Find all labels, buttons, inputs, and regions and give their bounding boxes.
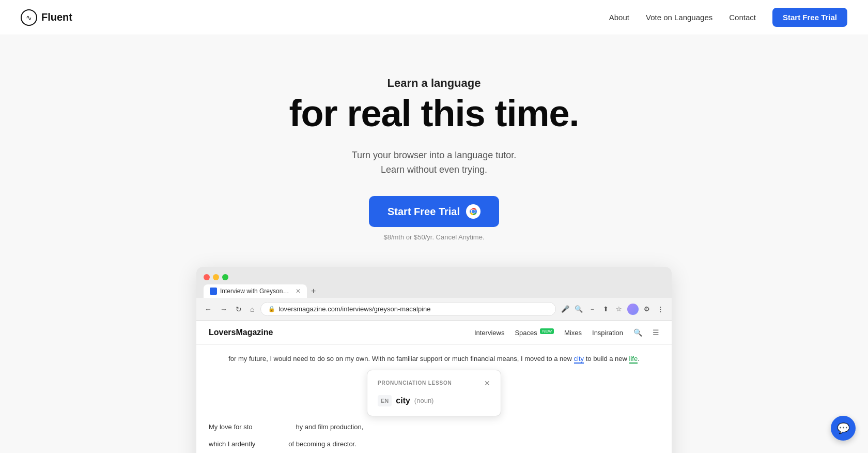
nav-cta-button[interactable]: Start Free Trial <box>772 8 847 27</box>
hero-pricing-note: $8/mth or $50/yr. Cancel Anytime. <box>383 233 484 241</box>
webpage-navbar: LoversMagazine Interviews Spaces NEW Mix… <box>196 321 672 345</box>
tab-bar: Interview with Greyson Ma ✕ + <box>204 284 664 298</box>
popup-close-button[interactable]: ✕ <box>484 379 490 387</box>
tab-title: Interview with Greyson Ma <box>220 288 289 295</box>
tab-favicon <box>210 288 217 295</box>
webpage-logo: LoversMagazine <box>209 328 273 337</box>
browser-toolbar: ← → ↻ ⌂ 🔒 loversmagazine.com/interviews/… <box>196 298 672 321</box>
nav-link-contact[interactable]: Contact <box>729 13 756 22</box>
hero-description: Turn your browser into a language tutor.… <box>352 148 517 178</box>
traffic-light-yellow[interactable] <box>213 274 219 280</box>
webpage-content: LoversMagazine Interviews Spaces NEW Mix… <box>196 321 672 453</box>
webpage-link-inspiration[interactable]: Inspiration <box>592 329 623 337</box>
hero-title: for real this time. <box>289 94 579 133</box>
traffic-lights <box>204 272 664 280</box>
word-life[interactable]: life <box>629 355 638 364</box>
extensions-icon[interactable]: ⚙ <box>642 304 652 314</box>
popup-label: PRONUNCIATION LESSON <box>378 379 452 387</box>
hero-cta-button[interactable]: Start Free Trial <box>369 196 499 227</box>
navbar: ∿ Fluent About Vote on Languages Contact… <box>0 0 868 35</box>
nav-link-about[interactable]: About <box>609 13 629 22</box>
share-icon[interactable]: ⬆ <box>600 304 611 314</box>
traffic-light-green[interactable] <box>222 274 228 280</box>
popup-lang: EN <box>378 395 392 407</box>
webpage-link-spaces[interactable]: Spaces NEW <box>515 329 554 337</box>
tab-close-button[interactable]: ✕ <box>296 288 301 295</box>
webpage-paragraph-1: for my future, I would need to do so on … <box>209 353 659 365</box>
profile-avatar[interactable] <box>627 304 639 315</box>
bookmark-icon[interactable]: ☆ <box>614 304 624 314</box>
webpage-search-icon[interactable]: 🔍 <box>633 328 642 337</box>
browser-tab-active[interactable]: Interview with Greyson Ma ✕ <box>204 284 307 298</box>
webpage-paragraph-3: which I ardently of becoming a director. <box>209 439 659 450</box>
logo-text: Fluent <box>41 11 72 23</box>
menu-icon[interactable]: ⋮ <box>655 304 665 314</box>
hero-desc-line1: Turn your browser into a language tutor. <box>352 150 517 160</box>
popup-header: PRONUNCIATION LESSON ✕ <box>378 379 490 387</box>
home-button[interactable]: ⌂ <box>248 304 256 314</box>
hero-section: Learn a language for real this time. Tur… <box>0 35 868 453</box>
webpage-nav-links: Interviews Spaces NEW Mixes Inspiration … <box>474 328 659 337</box>
chat-widget[interactable]: 💬 <box>831 416 856 441</box>
browser-mockup: Interview with Greyson Ma ✕ + ← → ↻ ⌂ 🔒 … <box>196 267 672 453</box>
url-bar[interactable]: 🔒 loversmagazine.com/interviews/greyson-… <box>260 302 556 316</box>
word-city[interactable]: city <box>574 355 584 364</box>
webpage-link-interviews[interactable]: Interviews <box>474 329 505 337</box>
new-tab-button[interactable]: + <box>307 284 320 298</box>
pronunciation-popup-container: PRONUNCIATION LESSON ✕ EN city (noun) <box>367 370 501 416</box>
webpage-paragraph-2: My love for sto hy and film production, <box>209 421 659 433</box>
forward-button[interactable]: → <box>218 304 229 314</box>
spaces-new-badge: NEW <box>540 328 554 334</box>
chat-icon: 💬 <box>837 422 850 434</box>
webpage-body: for my future, I would need to do so on … <box>196 345 672 453</box>
microphone-icon[interactable]: 🎤 <box>560 304 570 314</box>
hero-desc-line2: Learn without even trying. <box>381 164 487 175</box>
nav-links: About Vote on Languages Contact Start Fr… <box>609 8 847 27</box>
popup-pos: (noun) <box>414 395 434 406</box>
zoom-out-icon[interactable]: － <box>587 304 597 314</box>
browser-chrome-bar: Interview with Greyson Ma ✕ + <box>196 267 672 298</box>
logo-link[interactable]: ∿ Fluent <box>21 9 72 26</box>
nav-link-vote[interactable]: Vote on Languages <box>646 13 712 22</box>
popup-word: city <box>396 394 410 407</box>
traffic-light-red[interactable] <box>204 274 210 280</box>
refresh-button[interactable]: ↻ <box>234 304 244 314</box>
toolbar-icons: 🎤 🔍 － ⬆ ☆ ⚙ ⋮ <box>560 304 665 315</box>
url-lock-icon: 🔒 <box>268 306 275 312</box>
pronunciation-popup: PRONUNCIATION LESSON ✕ EN city (noun) <box>367 370 501 416</box>
webpage-link-mixes[interactable]: Mixes <box>564 329 582 337</box>
chrome-icon <box>466 204 481 219</box>
svg-point-3 <box>472 210 475 213</box>
logo-icon: ∿ <box>21 9 37 26</box>
popup-word-row: EN city (noun) <box>378 394 490 407</box>
hero-subtitle: Learn a language <box>388 77 481 90</box>
hero-cta-wrapper: Start Free Trial <box>369 196 499 241</box>
search-icon[interactable]: 🔍 <box>574 304 584 314</box>
back-button[interactable]: ← <box>203 304 214 314</box>
url-text: loversmagazine.com/interviews/greyson-ma… <box>278 305 430 313</box>
webpage-menu-icon[interactable]: ☰ <box>653 328 659 337</box>
